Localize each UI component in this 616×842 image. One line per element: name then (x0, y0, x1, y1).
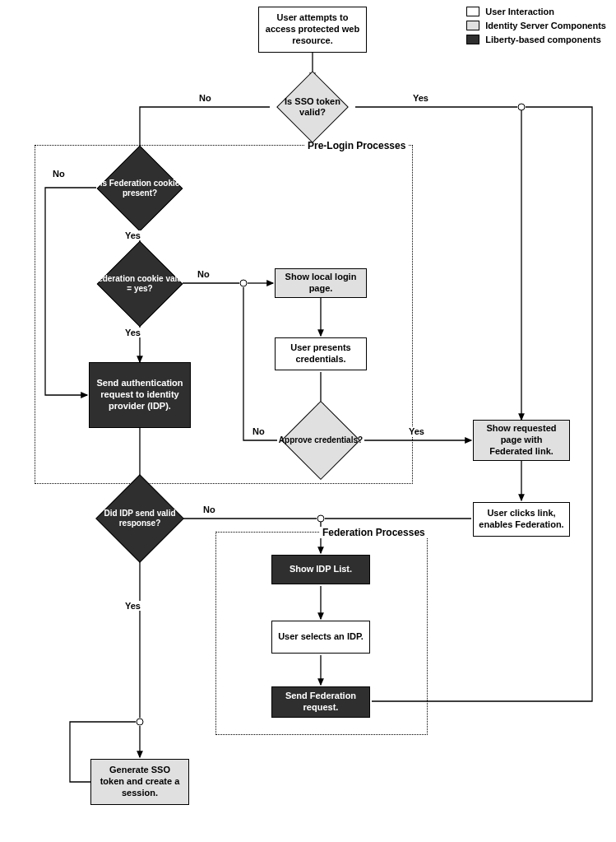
node-click-link: User clicks link, enables Federation. (473, 502, 570, 537)
node-label: Send authentication request to identity … (95, 378, 185, 412)
node-label: Generate SSO token and create a session. (96, 765, 183, 798)
edge-no: No (51, 169, 67, 179)
group-federation-title: Federation Processes (319, 527, 428, 538)
edge-no: No (251, 426, 266, 436)
decision-idp-valid: Did IDP send valid response? (92, 486, 188, 551)
edge-no: No (197, 93, 213, 103)
legend: User Interaction Identity Server Compone… (466, 7, 606, 49)
node-label: Federation cookie value = yes? (92, 274, 188, 294)
junction (518, 104, 526, 111)
node-label: Is Federation cookie present? (92, 179, 188, 198)
node-gen-token: Generate SSO token and create a session. (90, 759, 189, 805)
node-user-creds: User presents credentials. (275, 337, 367, 370)
legend-swatch (466, 35, 479, 44)
node-label: Is SSO token valid? (271, 96, 354, 118)
node-label: Did IDP send valid response? (92, 509, 188, 528)
edge-yes: Yes (123, 230, 142, 240)
node-show-login: Show local login page. (275, 268, 367, 298)
node-label: User selects an IDP. (278, 631, 364, 643)
junction (137, 719, 144, 726)
node-send-auth: Send authentication request to identity … (89, 362, 191, 428)
junction (317, 515, 325, 523)
legend-row-liberty: Liberty-based components (466, 35, 606, 44)
legend-label: Liberty-based components (485, 35, 601, 44)
edge-yes: Yes (123, 328, 142, 337)
node-select-idp: User selects an IDP. (271, 621, 370, 654)
edge-no: No (196, 269, 211, 279)
decision-fed-present: Is Federation cookie present? (92, 156, 188, 221)
legend-label: Identity Server Components (485, 21, 606, 30)
node-show-page: Show requested page with Federated link. (473, 420, 570, 461)
node-label: User attempts to access protected web re… (264, 12, 361, 46)
legend-swatch (466, 7, 479, 16)
edge-yes: Yes (407, 426, 426, 436)
group-prelogin-title: Pre-Login Processes (304, 140, 409, 151)
node-start: User attempts to access protected web re… (258, 7, 367, 53)
node-label: Approve credentials? (276, 435, 366, 445)
node-label: Show IDP List. (289, 564, 352, 575)
node-label: Show local login page. (280, 272, 361, 295)
legend-swatch (466, 21, 479, 30)
edge-no: No (201, 505, 217, 514)
edge-yes: Yes (411, 93, 430, 103)
node-idp-list: Show IDP List. (271, 555, 370, 584)
legend-label: User Interaction (485, 7, 554, 16)
legend-row-user: User Interaction (466, 7, 606, 16)
node-send-fed: Send Federation request. (271, 686, 370, 718)
node-label: User presents credentials. (280, 342, 361, 365)
node-label: User clicks link, enables Federation. (479, 508, 564, 531)
decision-sso-valid: Is SSO token valid? (271, 81, 354, 133)
node-label: Send Federation request. (277, 691, 364, 714)
edge-yes: Yes (123, 601, 142, 611)
node-label: Show requested page with Federated link. (479, 423, 564, 457)
decision-fed-value: Federation cookie value = yes? (92, 252, 188, 316)
decision-approve: Approve credentials? (276, 410, 366, 471)
legend-row-identity: Identity Server Components (466, 21, 606, 30)
